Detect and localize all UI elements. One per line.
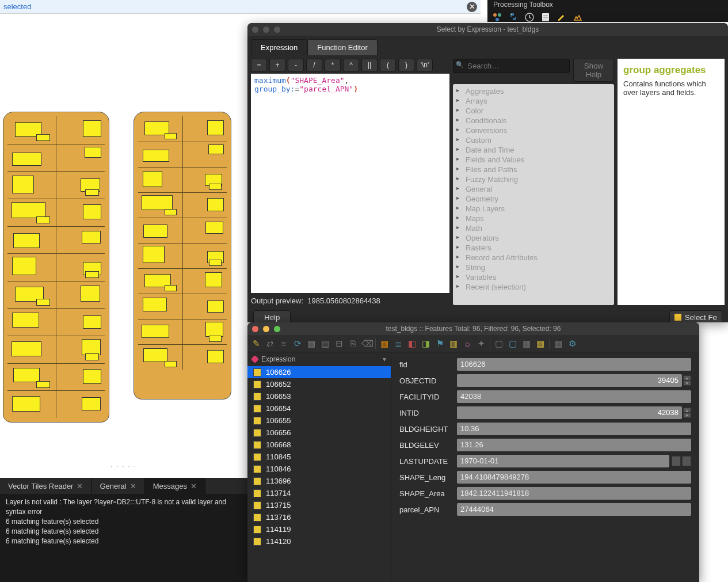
field-value[interactable]: 1842.122411941818 <box>457 487 691 500</box>
field-value[interactable]: 106626 <box>457 358 691 371</box>
building-footprint[interactable] <box>205 322 223 337</box>
toolbar-icon[interactable]: ◨ <box>421 338 431 349</box>
feature-list-item[interactable]: 113714 <box>247 487 391 499</box>
chevron-down-icon[interactable]: ▾ <box>383 355 386 363</box>
close-dot[interactable] <box>252 326 258 332</box>
building-footprint[interactable] <box>12 257 36 276</box>
dialog-titlebar[interactable]: test_bldgs :: Features Total: 96, Filter… <box>247 322 699 335</box>
settings-icon[interactable] <box>573 12 583 22</box>
max-dot[interactable] <box>274 26 280 33</box>
toolbar-icon[interactable]: ✎ <box>251 338 261 349</box>
tree-item[interactable]: Color <box>453 106 614 116</box>
feature-list-item[interactable]: 106626 <box>247 366 391 378</box>
building-footprint[interactable] <box>36 299 50 306</box>
tree-item[interactable]: Date and Time <box>453 145 614 155</box>
tree-item[interactable]: Operators <box>453 233 614 243</box>
toolbar-icon[interactable]: ≡ <box>279 338 289 349</box>
close-icon[interactable]: ✕ <box>130 482 136 490</box>
building-footprint[interactable] <box>209 260 221 266</box>
operator-button[interactable]: ( <box>380 59 396 71</box>
log-tab[interactable]: Vector Tiles Reader✕ <box>0 478 92 494</box>
building-footprint[interactable] <box>209 184 221 190</box>
operator-button[interactable]: - <box>288 59 304 71</box>
building-footprint[interactable] <box>165 133 177 139</box>
show-help-button[interactable]: Show Help <box>573 59 614 82</box>
building-footprint[interactable] <box>13 233 40 248</box>
building-footprint[interactable] <box>207 300 224 313</box>
calendar-icon[interactable] <box>682 456 691 466</box>
toolbar-icon[interactable]: ⊟ <box>334 338 344 349</box>
toolbar-icon[interactable]: ▢ <box>508 338 518 349</box>
close-icon[interactable]: ✕ <box>77 482 83 490</box>
close-icon[interactable]: ✕ <box>467 2 477 12</box>
feature-list-item[interactable]: 113696 <box>247 475 391 487</box>
tree-item[interactable]: Math <box>453 223 614 233</box>
building-footprint[interactable] <box>143 225 167 238</box>
tree-item[interactable]: Arrays <box>453 96 614 106</box>
tree-item[interactable]: Variables <box>453 272 614 282</box>
building-footprint[interactable] <box>36 134 50 141</box>
toolbar-icon[interactable]: ▦ <box>379 338 390 349</box>
building-footprint[interactable] <box>209 336 221 342</box>
log-tab[interactable]: General✕ <box>92 478 144 494</box>
toolbar-icon[interactable]: ▦ <box>535 338 546 349</box>
field-value[interactable]: 27444064 <box>457 503 691 516</box>
help-button[interactable]: Help <box>253 310 291 323</box>
close-icon[interactable]: ✕ <box>190 482 197 490</box>
spinner[interactable]: ▴▾ <box>683 375 691 386</box>
building-footprint[interactable] <box>165 361 177 367</box>
feature-list-item[interactable]: 106668 <box>247 439 391 451</box>
tree-item[interactable]: Maps <box>453 214 614 223</box>
building-footprint[interactable] <box>143 348 167 362</box>
building-footprint[interactable] <box>205 272 223 287</box>
building-footprint[interactable] <box>36 216 50 223</box>
building-footprint[interactable] <box>85 353 99 360</box>
min-dot[interactable] <box>263 26 269 33</box>
building-footprint[interactable] <box>83 204 101 219</box>
building-footprint[interactable] <box>85 271 99 278</box>
building-footprint[interactable] <box>165 285 177 291</box>
operator-button[interactable]: ^ <box>343 59 359 71</box>
tree-item[interactable]: Conditionals <box>453 116 614 125</box>
toolbar-icon[interactable]: ⎘ <box>348 338 358 349</box>
building-footprint[interactable] <box>143 150 169 162</box>
building-footprint[interactable] <box>83 315 101 329</box>
tree-item[interactable]: Fuzzy Matching <box>453 174 614 184</box>
operator-button[interactable]: ) <box>398 59 414 71</box>
tree-item[interactable]: Fields and Values <box>453 155 614 165</box>
tree-item[interactable]: Geometry <box>453 194 614 204</box>
building-footprint[interactable] <box>82 231 101 244</box>
feature-list-item[interactable]: 110846 <box>247 463 391 475</box>
building-footprint[interactable] <box>143 246 165 263</box>
model-icon[interactable] <box>492 12 502 22</box>
toolbar-icon[interactable]: ▥ <box>448 338 459 349</box>
toolbar-icon[interactable]: ≣ <box>393 338 403 349</box>
toolbar-icon[interactable]: ✦ <box>476 338 486 349</box>
log-tab[interactable]: Messages✕ <box>145 478 205 494</box>
toolbar-icon[interactable]: ▦ <box>553 338 563 349</box>
toolbar-icon[interactable]: ▦ <box>306 338 317 349</box>
operator-button[interactable]: || <box>361 59 378 71</box>
field-value[interactable]: 42038 <box>457 390 691 403</box>
building-footprint[interactable] <box>13 368 40 383</box>
toolbar-icon[interactable]: ▢ <box>494 338 504 349</box>
field-value[interactable]: 10.36 <box>457 423 691 435</box>
building-footprint[interactable] <box>143 171 162 187</box>
toolbar-icon[interactable]: ⟳ <box>292 338 303 349</box>
building-footprint[interactable] <box>12 313 39 328</box>
select-features-button[interactable]: Select Fe <box>669 310 722 323</box>
field-value[interactable]: 39405 <box>457 374 682 387</box>
building-footprint[interactable] <box>81 286 100 302</box>
min-dot[interactable] <box>263 326 269 332</box>
search-input[interactable] <box>453 59 570 73</box>
building-footprint[interactable] <box>205 222 223 234</box>
toolbar-icon[interactable]: ⌫ <box>361 338 372 349</box>
operator-button[interactable]: + <box>269 59 285 71</box>
building-footprint[interactable] <box>82 339 101 355</box>
toolbar-icon[interactable]: ▦ <box>521 338 532 349</box>
expression-editor[interactable]: maximum("SHAPE_Area", group_by:="parcel_… <box>251 74 449 293</box>
map-canvas[interactable]: · · · · · <box>0 14 247 478</box>
edit-icon[interactable] <box>557 12 567 22</box>
python-icon[interactable] <box>508 12 519 22</box>
tree-item[interactable]: Recent (selection) <box>453 282 614 292</box>
